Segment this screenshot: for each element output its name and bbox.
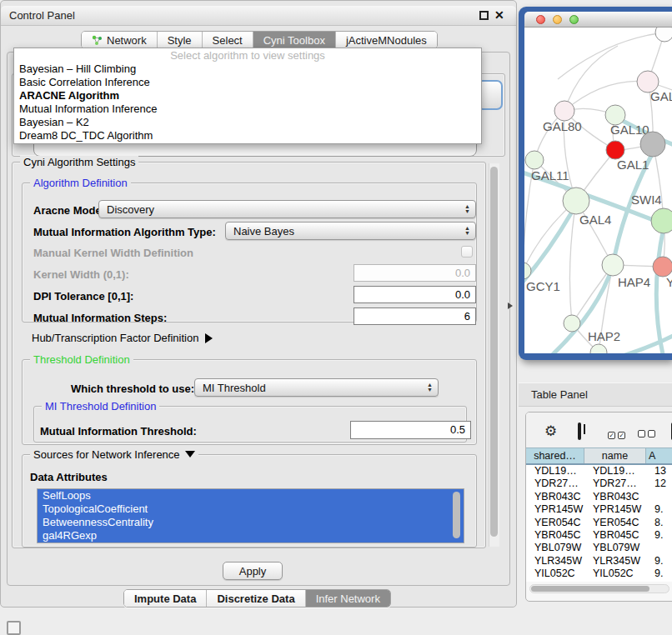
close-window-icon[interactable]: [536, 15, 545, 24]
dropdown-item[interactable]: Bayesian – Hill Climbing: [14, 62, 481, 76]
cell-value: 9.: [646, 555, 672, 568]
attribute-item[interactable]: BetweennessCentrality: [38, 516, 464, 529]
apply-button[interactable]: Apply: [223, 562, 283, 580]
dropdown-item-selected[interactable]: ARACNE Algorithm: [14, 89, 481, 102]
network-edge-highlighted[interactable]: [524, 208, 574, 288]
table-row[interactable]: YDR27…YDR27…12: [526, 478, 672, 490]
table-row[interactable]: YIL052CYIL052C9.: [526, 568, 672, 580]
tab-jactivemnodules[interactable]: jActiveMNodules: [335, 32, 437, 48]
column-header-name[interactable]: name: [584, 448, 646, 463]
dpi-tolerance-label: DPI Tolerance [0,1]:: [33, 290, 133, 302]
network-node-gal11[interactable]: [525, 151, 544, 169]
network-node-y[interactable]: [653, 257, 672, 277]
network-node-hap2[interactable]: [564, 315, 580, 332]
settings-scrollbar-thumb[interactable]: [490, 167, 498, 537]
tab-impute-data[interactable]: Impute Data: [124, 590, 206, 607]
cell-name: YDL19…: [584, 465, 646, 478]
dpi-tolerance-field[interactable]: 0.0: [354, 286, 476, 303]
collapse-arrow-icon[interactable]: [185, 451, 195, 458]
sources-group-title: Sources for Network Inference: [30, 448, 198, 461]
mi-threshold-field[interactable]: 0.5: [350, 421, 471, 439]
threshold-definition-title: Threshold Definition: [30, 353, 133, 366]
network-canvas[interactable]: GALGAL80GAL10GAL1GAL11GAL4SWI4HAP4YGCY1H…: [524, 28, 672, 353]
cell-name: YER054C: [584, 517, 646, 529]
restore-panel-icon[interactable]: [7, 621, 21, 635]
tab-cyni-toolbox-label: Cyni Toolbox: [263, 34, 325, 47]
tab-infer-network-label: Infer Network: [316, 592, 380, 605]
table-row[interactable]: YLR345WYLR345W9.: [526, 555, 672, 568]
kernel-width-field[interactable]: 0.0: [354, 264, 476, 282]
mi-type-value: Naive Bayes: [233, 225, 294, 238]
table-hscrollbar-track[interactable]: [529, 584, 669, 593]
control-panel-titlebar[interactable]: [1, 6, 516, 26]
network-edge[interactable]: [564, 46, 618, 111]
attribute-item[interactable]: gal4RGexp: [38, 529, 464, 542]
network-window-titlebar[interactable]: [524, 12, 672, 28]
network-edge-highlighted[interactable]: [656, 228, 664, 353]
manual-kernel-checkbox[interactable]: [461, 246, 473, 258]
mi-steps-field[interactable]: 6: [354, 308, 476, 325]
tab-cyni-toolbox[interactable]: Cyni Toolbox: [253, 32, 335, 48]
table-row[interactable]: YPR145WYPR145W9.: [526, 503, 672, 516]
which-threshold-combo[interactable]: MI Threshold ▲▼: [194, 378, 439, 397]
table-rows: YDL19…YDL19…13 YDR27…YDR27…12 YBR043CYBR…: [526, 465, 672, 582]
close-panel-icon[interactable]: ✕: [494, 8, 509, 22]
aracne-mode-combo[interactable]: Discovery ▲▼: [98, 200, 476, 218]
dropdown-item[interactable]: Dream8 DC_TDC Algorithm: [14, 129, 481, 142]
mi-type-combo[interactable]: Naive Bayes ▲▼: [225, 222, 476, 240]
table-row[interactable]: YER054CYER054C8.: [526, 517, 672, 529]
network-node[interactable]: [655, 28, 672, 42]
attribute-list-scrollbar-thumb[interactable]: [453, 492, 460, 538]
hub-definition-expander[interactable]: Hub/Transcription Factor Definition: [32, 332, 213, 344]
cell-value: 9.: [646, 503, 672, 516]
table-hscrollbar-thumb[interactable]: [531, 586, 649, 592]
tab-infer-network[interactable]: Infer Network: [305, 590, 390, 607]
tab-impute-data-label: Impute Data: [134, 592, 196, 605]
network-node[interactable]: [640, 132, 665, 157]
select-all-icon[interactable]: ✓✓: [608, 426, 628, 441]
network-node-gcy1[interactable]: [524, 262, 531, 279]
cell-shared-name: YBR045C: [526, 529, 584, 542]
table-row[interactable]: YDL19…YDL19…13: [526, 465, 672, 478]
column-header-shared-name[interactable]: shared…: [526, 448, 584, 463]
cell-value: 9.: [646, 568, 672, 580]
network-node[interactable]: [590, 344, 607, 353]
attribute-item[interactable]: TopologicalCoefficient: [38, 502, 464, 516]
deselect-all-icon[interactable]: [638, 426, 658, 441]
mi-threshold-label: Mutual Information Threshold:: [40, 425, 197, 438]
network-edge[interactable]: [569, 201, 576, 323]
network-edge-highlighted[interactable]: [623, 334, 672, 353]
cell-shared-name: YDR27…: [526, 478, 584, 490]
column-header-partial[interactable]: A: [646, 448, 672, 463]
network-node-gal80[interactable]: [554, 101, 574, 121]
dropdown-item[interactable]: Bayesian – K2: [14, 116, 481, 129]
settings-gear-icon[interactable]: ⚙: [544, 422, 557, 440]
sources-title-label: Sources for Network Inference: [33, 448, 180, 461]
table-row[interactable]: YBR043CYBR043C: [526, 491, 672, 503]
tab-style[interactable]: Style: [157, 32, 202, 48]
network-node-swi4[interactable]: [651, 208, 672, 233]
cell-shared-name: YBL079W: [526, 542, 584, 554]
network-node-gal1[interactable]: [606, 141, 624, 159]
dropdown-item[interactable]: Basic Correlation Inference: [14, 76, 481, 89]
table-row[interactable]: YBR045CYBR045C9.: [526, 529, 672, 542]
tab-jactivemnodules-label: jActiveMNodules: [346, 34, 427, 47]
hub-definition-label: Hub/Transcription Factor Definition: [32, 332, 198, 344]
which-threshold-label: Which threshold to use:: [71, 382, 194, 395]
tab-select[interactable]: Select: [202, 32, 253, 48]
float-panel-icon[interactable]: [479, 11, 489, 20]
network-edge[interactable]: [564, 81, 648, 111]
minimize-window-icon[interactable]: [553, 15, 562, 24]
tab-discretize-data[interactable]: Discretize Data: [206, 590, 304, 607]
network-node-hap4[interactable]: [602, 254, 624, 276]
table-row[interactable]: YBL079WYBL079W: [526, 542, 672, 554]
dropdown-item[interactable]: Mutual Information Inference: [14, 102, 481, 116]
columns-icon[interactable]: [578, 422, 581, 440]
network-node-gal4[interactable]: [563, 188, 589, 214]
zoom-window-icon[interactable]: [569, 15, 579, 24]
attribute-item[interactable]: SelfLoops: [38, 489, 464, 502]
panel-divider-grip[interactable]: [508, 302, 513, 309]
data-attributes-list[interactable]: SelfLoops TopologicalCoefficient Between…: [37, 488, 464, 543]
cell-value: 12: [646, 478, 672, 490]
tab-network[interactable]: Network: [82, 32, 157, 48]
